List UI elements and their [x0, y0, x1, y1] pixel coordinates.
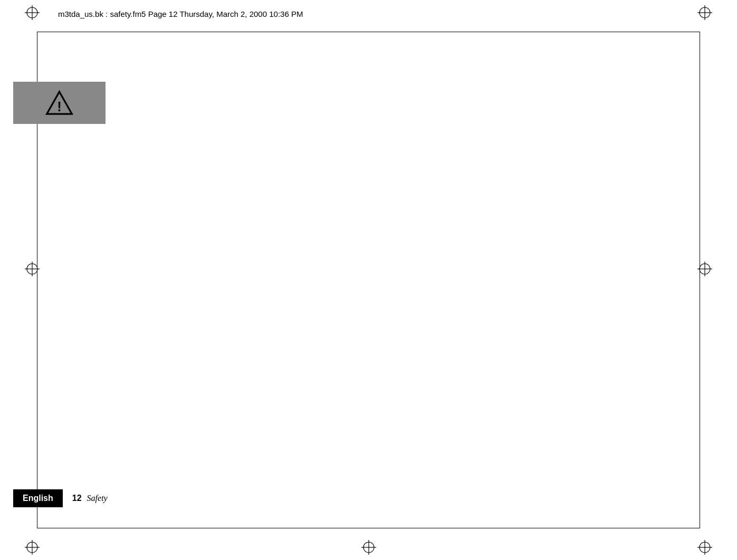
svg-text:!: ! [57, 99, 62, 113]
footer-area: English 12 Safety [0, 489, 211, 507]
right-border-line [700, 32, 700, 528]
warning-triangle-icon: ! [45, 89, 74, 118]
warning-box: ! [13, 82, 106, 124]
corner-tick-bl [37, 511, 37, 528]
reg-mark-bottom-right [697, 540, 712, 555]
reg-mark-bottom-center [361, 540, 376, 555]
page-section: Safety [87, 494, 108, 503]
corner-tick-br [700, 511, 700, 528]
bottom-border-line [37, 528, 700, 528]
header-text: m3tda_us.bk : safety.fm5 Page 12 Thursda… [58, 9, 303, 18]
top-border-line [37, 32, 700, 32]
corner-tick-tr [700, 32, 700, 49]
reg-mark-mid-right [697, 262, 712, 276]
reg-mark-top-right [697, 5, 712, 20]
page-number: 12 [72, 494, 82, 503]
corner-tick-tl [37, 32, 37, 49]
language-badge: English [13, 489, 63, 507]
reg-mark-top-left [25, 5, 40, 20]
reg-mark-bottom-left [25, 540, 40, 555]
reg-mark-mid-left [25, 262, 40, 276]
